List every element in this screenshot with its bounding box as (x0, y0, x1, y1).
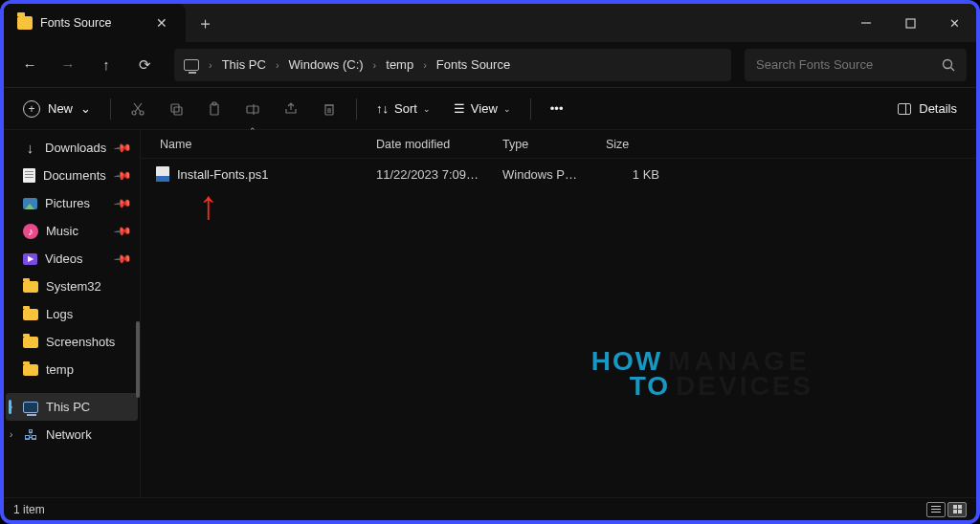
sort-label: Sort (394, 101, 417, 116)
chevron-down-icon: ⌄ (80, 101, 91, 116)
breadcrumb-this-pc[interactable]: This PC (222, 57, 266, 72)
svg-line-3 (951, 67, 955, 71)
back-button[interactable]: ← (13, 48, 46, 82)
column-size[interactable]: Size (594, 130, 671, 158)
pin-icon: 📌 (113, 249, 132, 268)
sidebar-item-screenshots[interactable]: Screenshots (6, 328, 138, 356)
column-headers: ⌃Name Date modified Type Size (141, 130, 976, 159)
new-label: New (48, 101, 73, 116)
svg-rect-9 (174, 107, 182, 115)
music-icon: ♪ (23, 224, 38, 239)
sidebar-item-logs[interactable]: Logs (6, 300, 138, 328)
tab-close-button[interactable]: ✕ (151, 12, 172, 33)
up-button[interactable]: ↑ (90, 48, 122, 82)
sidebar-item-videos[interactable]: ▶Videos📌 (6, 245, 138, 273)
sidebar-item-pictures[interactable]: Pictures📌 (6, 189, 138, 217)
sidebar-item-system32[interactable]: System32 (6, 273, 138, 300)
file-type: Windows PowerS... (491, 167, 594, 182)
details-icon (898, 103, 911, 115)
sidebar-item-documents[interactable]: Documents📌 (6, 162, 138, 189)
column-name[interactable]: ⌃Name (141, 130, 365, 158)
folder-icon (23, 281, 38, 293)
folder-icon (23, 337, 38, 348)
file-size: 1 KB (594, 167, 671, 182)
breadcrumb-bar[interactable]: › This PC › Windows (C:) › temp › Fonts … (174, 49, 731, 81)
pc-icon (184, 59, 199, 71)
file-date: 11/22/2023 7:09 PM (365, 167, 491, 182)
sidebar-item-music[interactable]: ♪Music📌 (6, 217, 138, 245)
close-button[interactable]: ✕ (932, 4, 976, 42)
picture-icon (23, 198, 37, 209)
separator (110, 98, 111, 120)
breadcrumb-temp[interactable]: temp (386, 57, 413, 72)
pc-icon (23, 402, 38, 413)
file-row[interactable]: Install-Fonts.ps1 11/22/2023 7:09 PM Win… (141, 161, 976, 187)
sidebar-item-network[interactable]: ›🖧Network (6, 421, 138, 448)
delete-button[interactable] (312, 95, 346, 123)
svg-rect-1 (906, 19, 915, 28)
document-icon (23, 168, 35, 183)
details-view-button[interactable] (926, 502, 946, 517)
svg-rect-8 (171, 104, 179, 112)
view-icon: ☰ (454, 101, 465, 116)
svg-point-2 (944, 59, 952, 68)
pin-icon: 📌 (113, 138, 132, 157)
toolbar: + New ⌄ ↑↓ Sort ⌄ ☰ View ⌄ ••• Details (4, 88, 976, 130)
sidebar-item-this-pc[interactable]: ›This PC (6, 393, 138, 421)
view-button[interactable]: ☰ View ⌄ (444, 95, 521, 123)
chevron-right-icon[interactable]: › (10, 429, 12, 440)
sidebar-item-downloads[interactable]: ↓Downloads📌 (6, 134, 138, 162)
new-tab-button[interactable]: ＋ (186, 4, 224, 42)
folder-icon (23, 364, 38, 376)
icons-view-button[interactable] (947, 502, 967, 517)
separator (530, 98, 531, 120)
column-date[interactable]: Date modified (365, 130, 491, 158)
svg-rect-10 (211, 104, 218, 115)
search-box[interactable] (745, 49, 967, 81)
maximize-button[interactable] (888, 4, 932, 42)
rename-button[interactable] (235, 95, 270, 123)
chevron-down-icon: ⌄ (503, 104, 511, 114)
breadcrumb-drive[interactable]: Windows (C:) (289, 57, 364, 72)
chevron-right-icon[interactable]: › (10, 402, 12, 412)
sort-button[interactable]: ↑↓ Sort ⌄ (367, 95, 440, 123)
download-icon: ↓ (23, 141, 37, 155)
item-count: 1 item (13, 503, 45, 516)
search-input[interactable] (756, 57, 934, 72)
separator (356, 98, 357, 120)
titlebar: Fonts Source ✕ ＋ ✕ (4, 4, 976, 42)
refresh-button[interactable]: ⟳ (128, 48, 161, 82)
explorer-window: Fonts Source ✕ ＋ ✕ ← → ↑ ⟳ › This PC › W… (0, 0, 980, 524)
details-pane-button[interactable]: Details (888, 95, 967, 123)
pin-icon: 📌 (113, 193, 132, 212)
sort-asc-icon: ⌃ (249, 126, 256, 136)
view-label: View (471, 101, 498, 116)
chevron-right-icon: › (423, 59, 427, 71)
paste-button[interactable] (197, 95, 232, 123)
details-label: Details (919, 101, 957, 116)
pin-icon: 📌 (113, 221, 132, 240)
navbar: ← → ↑ ⟳ › This PC › Windows (C:) › temp … (4, 42, 976, 88)
file-list: ⌃Name Date modified Type Size Install-Fo… (140, 130, 976, 497)
network-icon: 🖧 (23, 428, 38, 442)
status-bar: 1 item (4, 497, 976, 520)
forward-button[interactable]: → (52, 48, 84, 82)
window-tab[interactable]: Fonts Source ✕ (4, 4, 186, 42)
sidebar-item-temp[interactable]: temp (6, 356, 138, 383)
plus-icon: + (23, 100, 40, 118)
copy-button[interactable] (159, 95, 193, 123)
minimize-button[interactable] (844, 4, 888, 42)
chevron-right-icon: › (276, 59, 279, 71)
sidebar: ↓Downloads📌 Documents📌 Pictures📌 ♪Music📌… (4, 130, 140, 497)
column-type[interactable]: Type (491, 130, 594, 158)
sort-icon: ↑↓ (376, 101, 389, 116)
share-button[interactable] (274, 95, 308, 123)
new-button[interactable]: + New ⌄ (13, 95, 100, 123)
folder-icon (23, 309, 38, 320)
svg-rect-14 (325, 105, 333, 115)
more-button[interactable]: ••• (541, 95, 573, 123)
svg-rect-12 (247, 106, 258, 113)
search-icon[interactable] (942, 58, 955, 72)
breadcrumb-current[interactable]: Fonts Source (436, 57, 510, 72)
cut-button[interactable] (121, 95, 155, 123)
